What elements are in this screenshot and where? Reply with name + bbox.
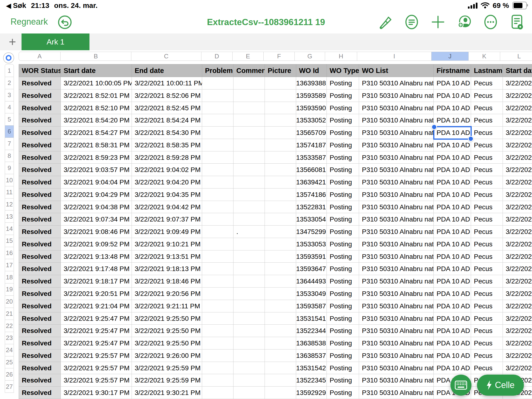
cell-C18[interactable]: 3/22/2021 9:18:46 PM [132,275,202,288]
cell-F18[interactable] [265,275,296,288]
cell-G14[interactable]: 13475299 [296,226,327,238]
cell-F21[interactable] [265,312,296,325]
cell-L20[interactable]: 3/22/202 [503,300,532,312]
cell-H14[interactable]: Posting [327,226,359,238]
cell-E15[interactable] [234,238,265,250]
cell-C8[interactable]: 3/22/2021 8:59:28 PM [132,152,202,164]
cell-A8[interactable]: Resolved [19,152,61,164]
cell-I10[interactable]: P310 50310 Alnabru natt [359,176,434,189]
cell-D17[interactable] [202,263,234,275]
cell-A9[interactable]: Resolved [19,164,61,176]
header-cell-D1[interactable]: Problem [202,64,234,77]
cell-L10[interactable]: 3/22/202 [503,176,532,189]
header-cell-G1[interactable]: WO Id [296,64,327,77]
cell-H27[interactable]: Posting [327,386,359,399]
cell-L7[interactable]: 3/22/202 [503,139,532,152]
cell-E25[interactable] [234,362,265,374]
cell-F26[interactable] [265,374,296,386]
cell-H24[interactable]: Posting [327,349,359,362]
cell-L14[interactable]: 3/22/202 [503,226,532,238]
cell-B12[interactable]: 3/22/2021 9:04:38 PM [61,201,132,213]
cell-H16[interactable]: Posting [327,250,359,263]
cell-J20[interactable]: PDA 10 AD [434,300,471,312]
cell-E4[interactable] [234,102,265,114]
row-number-3[interactable]: 3 [5,89,14,101]
cell-J4[interactable]: PDA 10 AD [434,102,471,114]
cell-C4[interactable]: 3/22/2021 8:52:45 PM [132,102,202,114]
cell-D15[interactable] [202,238,234,250]
cell-K8[interactable]: Pecus [471,152,503,164]
cell-E11[interactable] [234,189,265,201]
cell-D9[interactable] [202,164,234,176]
cell-C19[interactable]: 3/22/2021 9:20:56 PM [132,288,202,300]
cell-I20[interactable]: P310 50310 Alnabru natt [359,300,434,312]
table-select-handle[interactable] [3,52,14,63]
cell-B17[interactable]: 3/22/2021 9:17:48 PM [61,263,132,275]
undo-button[interactable] [57,15,72,31]
cell-G15[interactable]: 13533053 [296,238,327,250]
cell-G6[interactable]: 13565709 [296,127,327,139]
cell-A12[interactable]: Resolved [19,201,61,213]
cell-F24[interactable] [265,349,296,362]
cell-L4[interactable]: 3/22/202 [503,102,532,114]
cell-L15[interactable]: 3/22/202 [503,238,532,250]
cell-G5[interactable]: 13533052 [296,114,327,127]
cell-K15[interactable]: Pecus [471,238,503,250]
cell-D24[interactable] [202,349,234,362]
cell-G26[interactable]: 13522345 [296,374,327,386]
row-number-12[interactable]: 12 [5,198,14,211]
cell-K20[interactable]: Pecus [471,300,503,312]
cell-C6[interactable]: 3/22/2021 8:54:30 PM [132,127,202,139]
cell-H10[interactable]: Posting [327,176,359,189]
row-number-20[interactable]: 20 [5,295,14,308]
cell-B23[interactable]: 3/22/2021 9:25:47 PM [61,337,132,349]
row-number-6[interactable]: 6 [5,125,14,138]
row-number-14[interactable]: 14 [5,222,14,235]
cell-L16[interactable]: 3/22/202 [503,250,532,263]
cell-E22[interactable] [234,325,265,337]
cell-G12[interactable]: 13522831 [296,201,327,213]
cell-K5[interactable]: Pecus [471,114,503,127]
cell-B19[interactable]: 3/22/2021 9:20:51 PM [61,288,132,300]
sheet-tab-ark1[interactable]: Ark 1 [22,33,89,50]
cell-I21[interactable]: P310 50310 Alnabru natt [359,312,434,325]
row-number-15[interactable]: 15 [5,235,14,247]
cell-L23[interactable]: 3/22/202 [503,337,532,349]
cell-G10[interactable]: 13639421 [296,176,327,189]
cell-E9[interactable] [234,164,265,176]
cell-K13[interactable]: Pecus [471,213,503,226]
cell-J17[interactable]: PDA 10 AD [434,263,471,275]
cell-I13[interactable]: P310 50310 Alnabru natt [359,213,434,226]
cell-I24[interactable]: P310 50310 Alnabru natt [359,349,434,362]
cell-D3[interactable] [202,89,234,102]
cell-A20[interactable]: Resolved [19,300,61,312]
cell-A14[interactable]: Resolved [19,226,61,238]
cell-A19[interactable]: Resolved [19,288,61,300]
row-number-10[interactable]: 10 [5,174,14,186]
cell-A10[interactable]: Resolved [19,176,61,189]
column-letter-E[interactable]: E [232,52,264,61]
cell-A25[interactable]: Resolved [19,362,61,374]
cell-I9[interactable]: P310 50310 Alnabru natt [359,164,434,176]
cell-E13[interactable] [234,213,265,226]
cell-H13[interactable]: Posting [327,213,359,226]
cell-F8[interactable] [265,152,296,164]
cell-D23[interactable] [202,337,234,349]
cell-F9[interactable] [265,164,296,176]
cell-A13[interactable]: Resolved [19,213,61,226]
cell-K25[interactable]: Pecus [471,362,503,374]
cell-G21[interactable]: 13531541 [296,312,327,325]
cell-A17[interactable]: Resolved [19,263,61,275]
cell-F4[interactable] [265,102,296,114]
cell-I23[interactable]: P310 50310 Alnabru natt [359,337,434,349]
cell-H2[interactable]: Posting [327,77,359,89]
cell-E10[interactable] [234,176,265,189]
cell-K4[interactable]: Pecus [471,102,503,114]
header-cell-K1[interactable]: Lastname [471,64,503,77]
filter-icon[interactable] [405,14,419,30]
cell-B27[interactable]: 3/22/2021 9:30:17 PM [61,386,132,399]
cell-H25[interactable]: Posting [327,362,359,374]
row-number-19[interactable]: 19 [5,283,14,296]
cell-H15[interactable]: Posting [327,238,359,250]
cell-J7[interactable]: PDA 10 AD [434,139,471,152]
